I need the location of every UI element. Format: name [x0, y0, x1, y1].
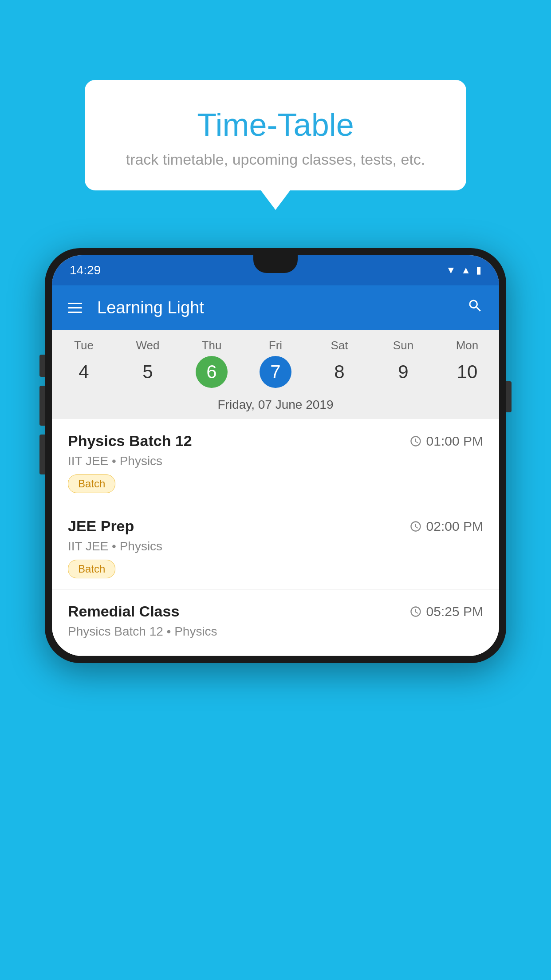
schedule-title-1: JEE Prep	[68, 518, 134, 535]
day-num-sat[interactable]: 8	[323, 356, 355, 388]
status-icons: ▼ ▲ ▮	[446, 265, 481, 276]
schedule-item-header-2: Remedial Class05:25 PM	[68, 603, 483, 620]
phone-mockup: 14:29 ▼ ▲ ▮ Learning Light	[45, 248, 506, 663]
tooltip-subtitle: track timetable, upcoming classes, tests…	[111, 151, 440, 168]
wifi-icon: ▼	[446, 265, 456, 276]
schedule-meta-2: Physics Batch 12 • Physics	[68, 624, 483, 639]
hamburger-menu[interactable]	[68, 303, 82, 313]
day-col-wed[interactable]: Wed5	[116, 339, 180, 388]
schedule-badge-1: Batch	[68, 560, 115, 578]
mute-button	[39, 355, 45, 377]
day-col-mon[interactable]: Mon10	[435, 339, 499, 388]
schedule-time-text-1: 02:00 PM	[426, 519, 483, 534]
day-col-tue[interactable]: Tue4	[52, 339, 116, 388]
schedule-badge-0: Batch	[68, 474, 115, 493]
day-name-tue: Tue	[52, 339, 116, 352]
day-name-thu: Thu	[180, 339, 244, 352]
volume-down-button	[39, 435, 45, 474]
schedule-time-text-0: 01:00 PM	[426, 434, 483, 449]
schedule-item-header-0: Physics Batch 1201:00 PM	[68, 432, 483, 450]
schedule-item-0[interactable]: Physics Batch 1201:00 PMIIT JEE • Physic…	[52, 419, 499, 504]
hamburger-line-1	[68, 303, 82, 304]
app-bar: Learning Light	[52, 285, 499, 330]
app-bar-left: Learning Light	[68, 298, 204, 317]
schedule-item-1[interactable]: JEE Prep02:00 PMIIT JEE • PhysicsBatch	[52, 504, 499, 589]
status-bar: 14:29 ▼ ▲ ▮	[52, 255, 499, 285]
day-name-wed: Wed	[116, 339, 180, 352]
calendar-section: Tue4Wed5Thu6Fri7Sat8Sun9Mon10 Friday, 07…	[52, 330, 499, 419]
schedule-time-1: 02:00 PM	[409, 519, 483, 534]
volume-up-button	[39, 386, 45, 426]
schedule-time-2: 05:25 PM	[409, 604, 483, 619]
day-name-fri: Fri	[244, 339, 307, 352]
clock-icon	[409, 605, 422, 618]
schedule-meta-1: IIT JEE • Physics	[68, 539, 483, 553]
day-num-mon[interactable]: 10	[451, 356, 483, 388]
selected-date-label: Friday, 07 June 2019	[52, 392, 499, 419]
schedule-item-header-1: JEE Prep02:00 PM	[68, 518, 483, 535]
tooltip-title: Time-Table	[111, 107, 440, 143]
schedule-meta-0: IIT JEE • Physics	[68, 454, 483, 468]
hamburger-line-3	[68, 312, 82, 313]
battery-icon: ▮	[476, 265, 481, 276]
schedule-title-2: Remedial Class	[68, 603, 179, 620]
day-name-sun: Sun	[371, 339, 435, 352]
power-button	[506, 381, 512, 412]
schedule-title-0: Physics Batch 12	[68, 432, 192, 450]
day-col-sun[interactable]: Sun9	[371, 339, 435, 388]
phone-frame: 14:29 ▼ ▲ ▮ Learning Light	[45, 248, 506, 663]
hamburger-line-2	[68, 307, 82, 308]
day-num-tue[interactable]: 4	[68, 356, 100, 388]
day-name-sat: Sat	[307, 339, 371, 352]
signal-icon: ▲	[461, 265, 471, 276]
status-time: 14:29	[70, 263, 101, 277]
day-col-thu[interactable]: Thu6	[180, 339, 244, 388]
day-num-wed[interactable]: 5	[132, 356, 164, 388]
schedule-time-0: 01:00 PM	[409, 434, 483, 449]
day-col-fri[interactable]: Fri7	[244, 339, 307, 388]
day-num-sun[interactable]: 9	[387, 356, 419, 388]
days-header: Tue4Wed5Thu6Fri7Sat8Sun9Mon10	[52, 330, 499, 392]
day-col-sat[interactable]: Sat8	[307, 339, 371, 388]
day-num-thu[interactable]: 6	[196, 356, 228, 388]
tooltip-card: Time-Table track timetable, upcoming cla…	[85, 80, 466, 190]
day-num-fri[interactable]: 7	[260, 356, 291, 388]
app-title: Learning Light	[97, 298, 204, 317]
clock-icon	[409, 435, 422, 447]
day-name-mon: Mon	[435, 339, 499, 352]
schedule-list: Physics Batch 1201:00 PMIIT JEE • Physic…	[52, 419, 499, 656]
phone-screen: 14:29 ▼ ▲ ▮ Learning Light	[52, 255, 499, 656]
notch	[253, 255, 298, 273]
schedule-item-2[interactable]: Remedial Class05:25 PMPhysics Batch 12 •…	[52, 589, 499, 656]
clock-icon	[409, 520, 422, 533]
schedule-time-text-2: 05:25 PM	[426, 604, 483, 619]
search-button[interactable]	[467, 298, 483, 318]
